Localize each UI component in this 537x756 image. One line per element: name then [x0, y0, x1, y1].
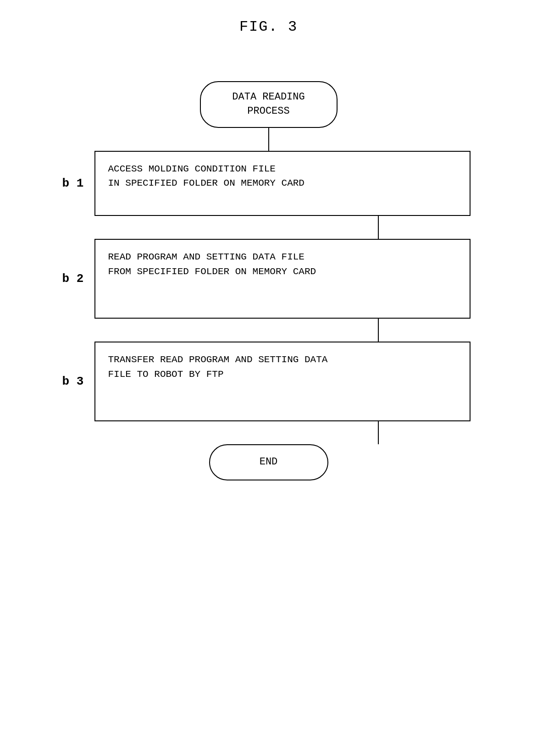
start-terminal: DATA READING PROCESS — [200, 81, 338, 128]
step-b1-row: b 1 ACCESS MOLDING CONDITION FILE IN SPE… — [62, 151, 475, 216]
step-b1-line1: ACCESS MOLDING CONDITION FILE — [108, 164, 276, 174]
step-b3-row: b 3 TRANSFER READ PROGRAM AND SETTING DA… — [62, 342, 475, 421]
connector-2 — [378, 319, 379, 342]
start-terminal-line1: DATA READING — [232, 91, 304, 103]
step-b3-line2: FILE TO ROBOT BY FTP — [108, 369, 224, 380]
start-terminal-line2: PROCESS — [247, 105, 289, 117]
connector-1 — [378, 216, 379, 239]
flowchart: DATA READING PROCESS b 1 ACCESS MOLDING … — [62, 81, 475, 480]
step-b1-label: b 1 — [62, 151, 94, 216]
step-b1-line2: IN SPECIFIED FOLDER ON MEMORY CARD — [108, 178, 304, 188]
connector-0 — [268, 128, 269, 151]
page: FIG. 3 DATA READING PROCESS b 1 ACCESS M… — [0, 0, 537, 756]
step-b3-line1: TRANSFER READ PROGRAM AND SETTING DATA — [108, 354, 328, 365]
step-b3-box: TRANSFER READ PROGRAM AND SETTING DATA F… — [94, 342, 471, 421]
step-b2-box: READ PROGRAM AND SETTING DATA FILE FROM … — [94, 239, 471, 319]
step-b2-line2: FROM SPECIFIED FOLDER ON MEMORY CARD — [108, 266, 316, 277]
step-b1-box: ACCESS MOLDING CONDITION FILE IN SPECIFI… — [94, 151, 471, 216]
end-terminal-wrapper: END — [62, 444, 475, 480]
figure-title: FIG. 3 — [239, 18, 298, 35]
end-terminal: END — [209, 444, 328, 480]
step-b3-wrapper: TRANSFER READ PROGRAM AND SETTING DATA F… — [94, 342, 475, 421]
step-b2-label: b 2 — [62, 239, 94, 319]
start-terminal-wrapper: DATA READING PROCESS — [62, 81, 475, 128]
step-b3-label: b 3 — [62, 342, 94, 421]
step-b2-wrapper: READ PROGRAM AND SETTING DATA FILE FROM … — [94, 239, 475, 319]
step-b1-wrapper: ACCESS MOLDING CONDITION FILE IN SPECIFI… — [94, 151, 475, 216]
connector-3 — [378, 421, 379, 444]
step-b2-row: b 2 READ PROGRAM AND SETTING DATA FILE F… — [62, 239, 475, 319]
step-b2-line1: READ PROGRAM AND SETTING DATA FILE — [108, 252, 304, 262]
end-terminal-text: END — [260, 456, 278, 468]
